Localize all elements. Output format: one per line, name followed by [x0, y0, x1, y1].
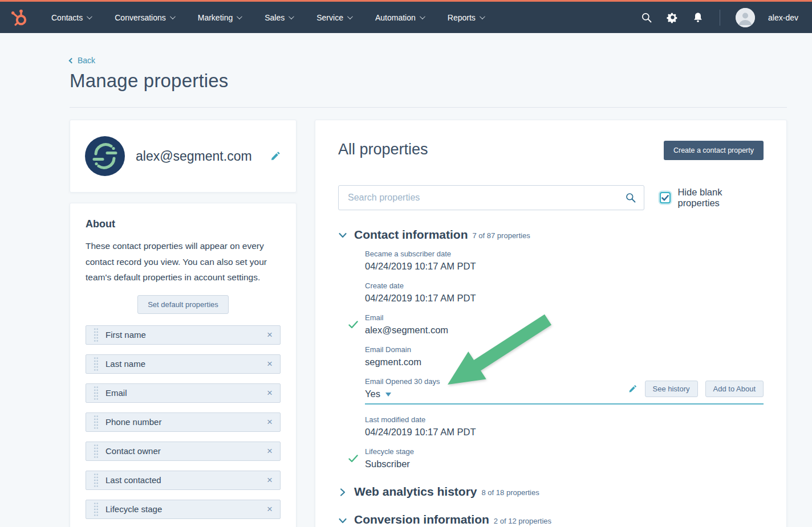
remove-property-icon[interactable]: × — [267, 388, 273, 398]
list-item-contact-owner[interactable]: Contact owner × — [86, 442, 281, 461]
property-lifecycle-stage: Lifecycle stage Subscriber — [365, 447, 764, 469]
search-icon[interactable] — [640, 11, 653, 24]
check-icon — [348, 455, 358, 463]
list-item-email[interactable]: Email × — [86, 383, 281, 403]
search-icon[interactable] — [625, 192, 636, 203]
back-link[interactable]: Back — [70, 56, 95, 65]
nav-item-reports[interactable]: Reports — [448, 13, 484, 22]
remove-property-icon[interactable]: × — [267, 330, 273, 340]
drag-handle-icon[interactable] — [94, 357, 98, 371]
drag-handle-icon[interactable] — [94, 473, 98, 488]
set-default-properties-button[interactable]: Set default properties — [137, 295, 229, 314]
nav-item-sales[interactable]: Sales — [265, 13, 293, 22]
property-actions: See history Add to About — [628, 381, 764, 397]
segment-logo-avatar — [85, 136, 125, 176]
section-count: 2 of 12 properties — [494, 517, 551, 525]
property-value: alex@segment.com — [365, 325, 764, 336]
contact-profile-card: alex@segment.com — [70, 120, 297, 193]
drag-handle-icon[interactable] — [94, 415, 98, 430]
property-value: 04/24/2019 10:17 AM PDT — [365, 261, 764, 272]
nav-item-marketing[interactable]: Marketing — [198, 13, 241, 22]
remove-property-icon[interactable]: × — [267, 359, 273, 369]
remove-property-icon[interactable]: × — [267, 446, 273, 456]
user-avatar[interactable] — [736, 8, 755, 27]
drag-handle-icon[interactable] — [94, 502, 98, 517]
property-value: Subscriber — [365, 459, 764, 469]
section-title: Contact information — [354, 227, 468, 242]
list-item-last-name[interactable]: Last name × — [86, 354, 281, 374]
property-email-opened-30-days: Email Opened 30 days Yes See history Add… — [365, 377, 764, 405]
chip-label: Last contacted — [105, 475, 161, 485]
hide-blank-properties-toggle[interactable]: Hide blank properties — [660, 187, 764, 209]
property-email: Email alex@segment.com — [365, 313, 764, 336]
username-label[interactable]: alex-dev — [768, 13, 798, 22]
create-contact-property-button[interactable]: Create a contact property — [664, 141, 764, 160]
about-card: About These contact properties will appe… — [70, 203, 297, 527]
list-item-lifecycle-stage[interactable]: Lifecycle stage × — [86, 500, 281, 519]
nav-item-label: Contacts — [51, 13, 83, 22]
nav-item-label: Conversations — [115, 13, 166, 22]
remove-property-icon[interactable]: × — [267, 417, 273, 427]
chip-label: Lifecycle stage — [105, 504, 162, 514]
list-item-first-name[interactable]: First name × — [86, 325, 281, 345]
dropdown-caret-icon — [385, 393, 391, 397]
property-value: segment.com — [365, 357, 764, 367]
property-last-modified-date: Last modified date 04/24/2019 10:17 AM P… — [365, 415, 764, 438]
drag-handle-icon[interactable] — [94, 444, 98, 459]
see-history-button[interactable]: See history — [645, 381, 698, 397]
chevron-down-icon — [338, 516, 347, 525]
settings-gear-icon[interactable] — [666, 11, 679, 24]
list-item-last-contacted[interactable]: Last contacted × — [86, 471, 281, 490]
chevron-down-icon — [338, 231, 347, 240]
property-label: Email Domain — [365, 345, 764, 354]
page-title: Manage properties — [70, 70, 787, 92]
drag-handle-icon[interactable] — [94, 328, 98, 342]
property-label: Create date — [365, 281, 764, 290]
nav-item-service[interactable]: Service — [316, 13, 351, 22]
edit-pencil-icon[interactable] — [628, 384, 638, 394]
search-properties-box — [338, 185, 644, 210]
chevron-down-icon — [347, 14, 353, 19]
notifications-bell-icon[interactable] — [692, 11, 704, 24]
section-header-conversion-information[interactable]: Conversion information 2 of 12 propertie… — [338, 512, 764, 526]
remove-property-icon[interactable]: × — [267, 504, 273, 514]
section-header-web-analytics-history[interactable]: Web analytics history 8 of 18 properties — [338, 484, 764, 499]
hubspot-logo-icon[interactable] — [9, 8, 29, 27]
chevron-right-icon — [338, 488, 347, 497]
property-label: Became a subscriber date — [365, 250, 764, 258]
back-label: Back — [78, 56, 95, 65]
nav-item-label: Automation — [375, 13, 416, 22]
nav-item-label: Service — [316, 13, 343, 22]
chevron-down-icon — [237, 14, 242, 19]
nav-item-automation[interactable]: Automation — [375, 13, 424, 22]
chevron-down-icon — [289, 14, 294, 19]
section-header-contact-information[interactable]: Contact information 7 of 87 properties — [338, 227, 764, 242]
contact-email-title: alex@segment.com — [136, 149, 252, 164]
add-to-about-button[interactable]: Add to About — [705, 381, 764, 397]
section-count: 7 of 87 properties — [473, 231, 530, 240]
about-heading: About — [86, 218, 281, 230]
property-value: 04/24/2019 10:17 AM PDT — [365, 293, 764, 304]
nav-item-contacts[interactable]: Contacts — [51, 13, 91, 22]
manage-properties-page: Back Manage properties alex@segment.com — [0, 33, 812, 527]
property-label: Email — [365, 313, 764, 322]
list-item-phone-number[interactable]: Phone number × — [86, 412, 281, 432]
property-became-subscriber-date: Became a subscriber date 04/24/2019 10:1… — [365, 250, 764, 272]
nav-utilities: alex-dev — [640, 8, 798, 27]
checkbox-checked-icon[interactable] — [660, 192, 671, 203]
search-properties-input[interactable] — [338, 185, 644, 210]
chip-label: First name — [105, 330, 146, 340]
section-title: Conversion information — [354, 512, 489, 526]
chip-label: Phone number — [105, 417, 161, 427]
property-label: Lifecycle stage — [365, 447, 764, 456]
chevron-down-icon — [87, 14, 92, 19]
section-title: Web analytics history — [354, 484, 477, 499]
top-navigation: Contacts Conversations Marketing Sales S… — [0, 0, 812, 33]
property-create-date: Create date 04/24/2019 10:17 AM PDT — [365, 281, 764, 304]
remove-property-icon[interactable]: × — [267, 475, 273, 485]
chevron-down-icon — [170, 14, 176, 19]
drag-handle-icon[interactable] — [94, 386, 98, 401]
edit-contact-pencil-icon[interactable] — [270, 150, 281, 162]
nav-item-conversations[interactable]: Conversations — [115, 13, 174, 22]
chip-label: Email — [105, 388, 127, 398]
